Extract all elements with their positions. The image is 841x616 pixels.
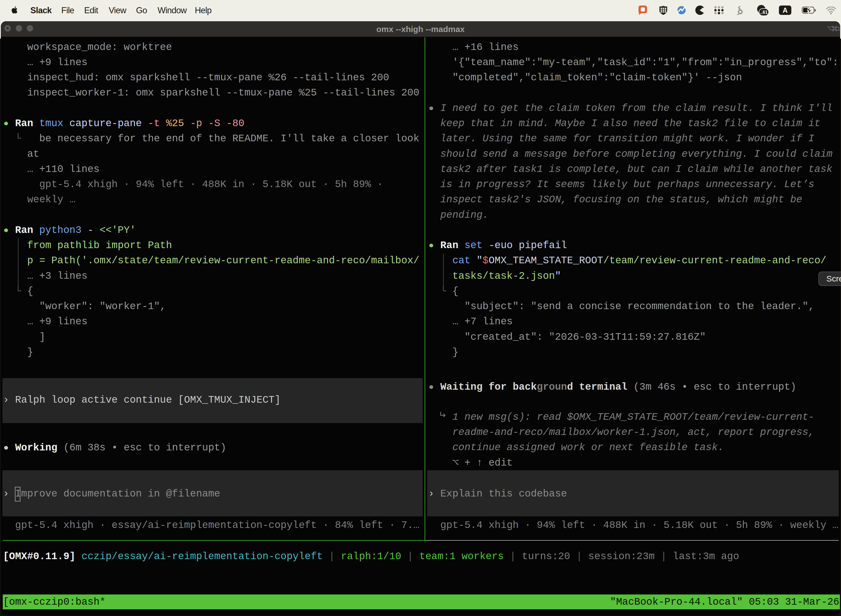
svg-text:..61: ..61 xyxy=(760,10,768,15)
svg-text:A: A xyxy=(782,6,787,14)
